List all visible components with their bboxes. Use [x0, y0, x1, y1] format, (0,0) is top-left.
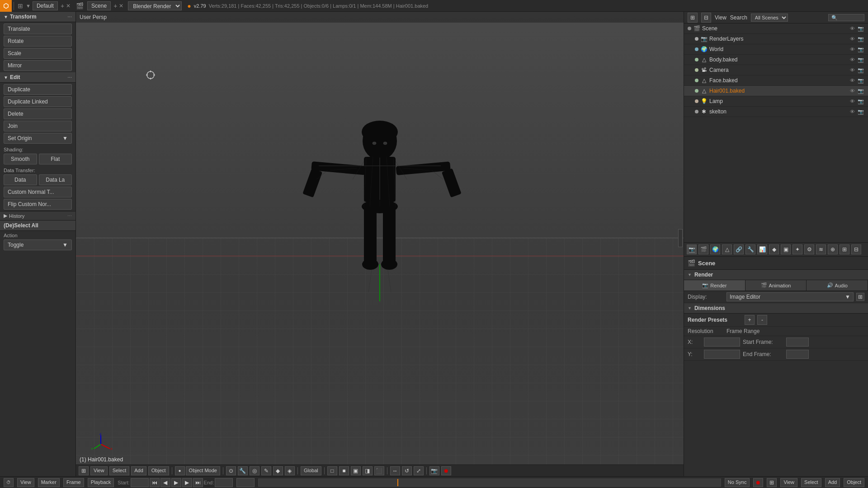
wireframe-btn[interactable]: □ [327, 466, 337, 475]
transform-options[interactable]: ⋯ [67, 14, 72, 19]
scene-tree-item-3[interactable]: △Body.baked👁📷 [684, 55, 868, 65]
scene-tab-main[interactable]: Scene [87, 1, 111, 10]
scene-add-btn[interactable]: + [112, 2, 119, 9]
sculpt-btn[interactable]: ◆ [273, 466, 283, 475]
search-label[interactable]: Search [730, 14, 747, 21]
edit-options[interactable]: ⋯ [67, 75, 72, 80]
camera-view-btn[interactable]: 📷 [429, 466, 439, 475]
scale-manip-btn[interactable]: ⤢ [414, 466, 424, 475]
bottom-mode-icon[interactable]: ⊞ [767, 478, 777, 487]
scene-tree-item-5[interactable]: △Face.baked👁📷 [684, 75, 868, 86]
particle-icon[interactable]: ✦ [793, 244, 802, 254]
render-settings-icon[interactable]: 📷 [687, 244, 697, 254]
outliner-icon-2[interactable]: ⊟ [701, 13, 711, 23]
cloth-icon[interactable]: ≋ [816, 244, 826, 254]
record-btn[interactable]: ⏺ [441, 466, 451, 475]
global-local-btn[interactable]: Global [301, 466, 321, 475]
workspace-add-btn[interactable]: + [59, 2, 66, 9]
scene-item-eye-0[interactable]: 👁 [849, 25, 856, 32]
proportional-btn[interactable]: ◎ [250, 466, 259, 475]
scene-close-btn[interactable]: ✕ [119, 3, 123, 9]
playback-btn[interactable]: Playback [88, 478, 114, 487]
smooth-button[interactable]: Smooth [4, 154, 37, 164]
record-btn-bottom[interactable]: ⏺ [753, 478, 763, 487]
view-timeline-btn[interactable]: View [17, 478, 34, 487]
workspace-close-btn[interactable]: ✕ [66, 3, 71, 9]
current-frame-input[interactable]: 1 [236, 478, 255, 487]
scene-tree-item-2[interactable]: 🌍World👁📷 [684, 44, 868, 55]
scene-item-render-6[interactable]: 📷 [857, 87, 864, 94]
data-icon[interactable]: 📊 [757, 244, 767, 254]
paint-btn[interactable]: ◈ [285, 466, 295, 475]
texture-btn[interactable]: ▣ [351, 466, 361, 475]
scene-item-render-3[interactable]: 📷 [857, 56, 864, 63]
scene-item-render-4[interactable]: 📷 [857, 66, 864, 74]
view-label[interactable]: View [715, 14, 726, 21]
prev-key-btn[interactable]: ◀ [160, 478, 170, 487]
view-menu-btn[interactable]: View [90, 466, 108, 475]
render-tab-audio[interactable]: 🔊 Audio [807, 280, 868, 291]
scene-tree-item-1[interactable]: 📷RenderLayers👁📷 [684, 34, 868, 44]
presets-add-btn[interactable]: + [745, 315, 755, 325]
y-value-input[interactable]: 1080 px [704, 350, 740, 359]
viewport-3d[interactable]: User Persp [76, 12, 684, 465]
mirror-button[interactable]: Mirror [4, 60, 72, 71]
scene-item-render-7[interactable]: 📷 [857, 98, 864, 105]
scene-item-render-8[interactable]: 📷 [857, 108, 864, 115]
outliner-icon-1[interactable]: ⊞ [688, 13, 698, 23]
delete-button[interactable]: Delete [4, 108, 72, 119]
scene-item-eye-6[interactable]: 👁 [849, 87, 856, 94]
texture-icon[interactable]: ▣ [781, 244, 791, 254]
draw-tool-btn[interactable]: ✎ [261, 466, 271, 475]
action-toggle-dropdown[interactable]: Toggle ▼ [4, 239, 72, 250]
history-options[interactable]: ⋯ [67, 213, 72, 218]
x-value-input[interactable]: 1920 px [704, 338, 740, 347]
bottom-view-btn[interactable]: View [780, 478, 797, 487]
join-button[interactable]: Join [4, 121, 72, 131]
set-origin-dropdown[interactable]: Set Origin ▼ [4, 133, 72, 144]
flip-custom-nor-button[interactable]: Flip Custom Nor... [4, 199, 72, 210]
bottom-add-btn[interactable]: Add [825, 478, 840, 487]
duplicate-linked-button[interactable]: Duplicate Linked [4, 96, 72, 107]
scene-item-eye-4[interactable]: 👁 [849, 66, 856, 74]
deselect-section-header[interactable]: (De)Select All [0, 221, 75, 231]
scene-item-eye-5[interactable]: 👁 [849, 77, 856, 84]
object-mode-selector[interactable]: ● Object Mode [175, 466, 220, 475]
start-frame-input[interactable]: 1 [786, 338, 809, 347]
material-icon[interactable]: ◆ [769, 244, 779, 254]
scene-tree-item-0[interactable]: 🎬Scene👁📷 [684, 23, 868, 34]
data-la-button[interactable]: Data La [39, 174, 72, 185]
scene-tree-item-6[interactable]: △Hair001.baked👁📷 [684, 86, 868, 96]
scene-item-eye-2[interactable]: 👁 [849, 46, 856, 53]
scene-item-eye-1[interactable]: 👁 [849, 35, 856, 42]
bottom-select-btn[interactable]: Select [801, 478, 821, 487]
edit-section-header[interactable]: ▼ Edit ⋯ [0, 72, 75, 83]
next-key-btn[interactable]: ▶ [182, 478, 192, 487]
rendered-btn[interactable]: ⬛ [374, 466, 384, 475]
object-mode-btn[interactable]: Object Mode [186, 466, 220, 475]
timeline-icon[interactable]: ⏱ [4, 478, 14, 487]
select-menu-btn[interactable]: Select [109, 466, 130, 475]
force-icon[interactable]: ⊕ [828, 244, 838, 254]
render-engine-selector[interactable]: Blender Render [128, 1, 182, 10]
display-value-dropdown[interactable]: Image Editor ▼ [726, 292, 854, 301]
rotate-manip-btn[interactable]: ↺ [402, 466, 412, 475]
start-frame-input-bottom[interactable]: 1 [131, 478, 149, 487]
constraint-icon[interactable]: 🔗 [734, 244, 744, 254]
scene-item-render-5[interactable]: 📷 [857, 77, 864, 84]
rotate-button[interactable]: Rotate [4, 36, 72, 47]
scene-tree-item-7[interactable]: 💡Lamp👁📷 [684, 96, 868, 107]
object-settings-icon[interactable]: △ [722, 244, 732, 254]
custom-normal-t-button[interactable]: Custom Normal T... [4, 187, 72, 197]
scene-tree-item-8[interactable]: ✱skelton👁📷 [684, 107, 868, 117]
pivot-point-btn[interactable]: ⊙ [226, 466, 236, 475]
workspace-tab-default[interactable]: Default [33, 1, 58, 10]
skip-end-btn[interactable]: ⏭ [193, 478, 203, 487]
rigid-body-constraint-icon[interactable]: ⊟ [851, 244, 861, 254]
sync-dropdown[interactable]: No Sync [725, 478, 750, 487]
manip-btn[interactable]: ↔ [390, 466, 400, 475]
all-scenes-select[interactable]: All Scenes [751, 14, 788, 22]
play-btn[interactable]: ▶ [171, 478, 181, 487]
transform-section-header[interactable]: ▼ Transform ⋯ [0, 12, 75, 22]
scene-item-render-1[interactable]: 📷 [857, 35, 864, 42]
